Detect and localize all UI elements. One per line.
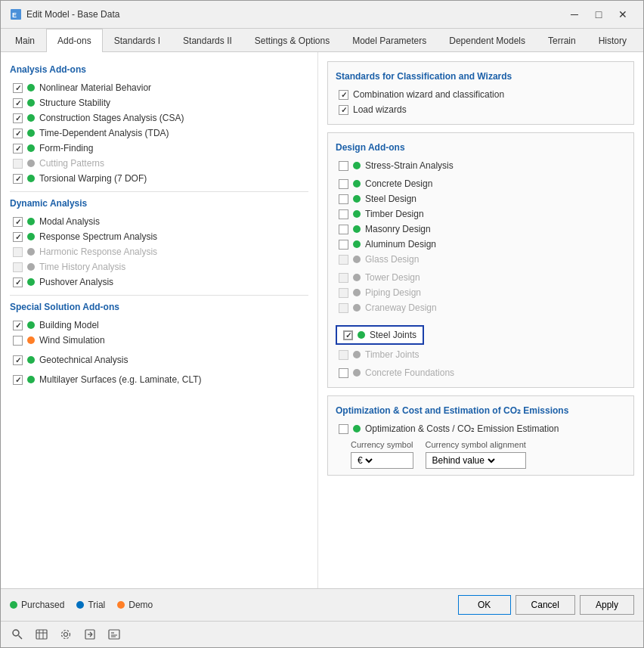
modal-dot	[27, 218, 35, 225]
svg-rect-14	[109, 630, 119, 639]
list-item: Timber Joints	[336, 348, 626, 361]
csa-checkbox[interactable]	[13, 113, 23, 123]
minimize-button[interactable]: ─	[563, 7, 586, 22]
tab-standards1[interactable]: Standards I	[103, 29, 172, 52]
search-toolbar-button[interactable]	[7, 625, 28, 644]
csa-label: Construction Stages Analysis (CSA)	[39, 113, 184, 123]
tower-design-checkbox[interactable]	[339, 273, 348, 283]
info-toolbar-button[interactable]	[104, 625, 125, 644]
list-item: Stress-Strain Analysis	[336, 159, 626, 172]
svg-point-2	[13, 630, 19, 636]
cancel-button[interactable]: Cancel	[516, 595, 575, 615]
cutting-patterns-checkbox[interactable]	[13, 159, 23, 169]
gear-icon	[60, 628, 72, 640]
modal-checkbox[interactable]	[13, 217, 23, 227]
main-window: E Edit Model - Base Data ─ □ ✕ Main Add-…	[0, 0, 644, 648]
combination-wizard-checkbox[interactable]	[339, 90, 348, 100]
torsional-checkbox[interactable]	[13, 174, 23, 184]
geotechnical-checkbox[interactable]	[13, 355, 23, 365]
glass-design-dot	[353, 256, 361, 263]
masonry-design-checkbox[interactable]	[339, 225, 348, 234]
steel-design-checkbox[interactable]	[339, 194, 348, 204]
app-icon: E	[10, 8, 22, 20]
settings-toolbar-button[interactable]	[55, 625, 76, 644]
export-toolbar-button[interactable]	[79, 625, 101, 644]
nonlinear-dot	[27, 84, 35, 91]
steel-joints-checkbox[interactable]	[343, 330, 353, 340]
apply-button[interactable]: Apply	[580, 595, 634, 615]
time-history-label: Time History Analysis	[39, 262, 125, 272]
tab-terrain[interactable]: Terrain	[537, 29, 587, 52]
tab-main[interactable]: Main	[4, 29, 46, 52]
timber-joints-checkbox[interactable]	[339, 350, 348, 360]
window-title: Edit Model - Base Data	[26, 9, 119, 20]
tower-design-label: Tower Design	[365, 272, 420, 283]
bottom-bar: Purchased Trial Demo OK Cancel Apply	[1, 588, 643, 621]
glass-design-checkbox[interactable]	[339, 255, 348, 265]
legend-purchased: Purchased	[10, 600, 64, 610]
tda-checkbox[interactable]	[13, 129, 23, 138]
pushover-checkbox[interactable]	[13, 277, 23, 287]
tab-standards2[interactable]: Standards II	[172, 29, 243, 52]
multilayer-dot	[27, 376, 35, 383]
dynamic-title: Dynamic Analysis	[10, 198, 308, 209]
glass-design-label: Glass Design	[365, 254, 419, 265]
piping-design-label: Piping Design	[365, 287, 421, 298]
concrete-foundations-checkbox[interactable]	[339, 368, 348, 378]
ok-button[interactable]: OK	[458, 595, 511, 615]
currency-row: Currency symbol € $ £ Currency symbol al…	[336, 440, 626, 469]
load-wizards-checkbox[interactable]	[339, 105, 348, 115]
multilayer-checkbox[interactable]	[13, 375, 23, 385]
analysis-addons-title: Analysis Add-ons	[10, 64, 308, 75]
table-icon	[36, 628, 48, 640]
tab-addons[interactable]: Add-ons	[46, 29, 103, 52]
titlebar: E Edit Model - Base Data ─ □ ✕	[1, 1, 643, 29]
aluminum-design-checkbox[interactable]	[339, 240, 348, 250]
timber-design-checkbox[interactable]	[339, 209, 348, 219]
structure-stability-checkbox[interactable]	[13, 98, 23, 108]
currency-alignment-select[interactable]: Behind value Before value	[429, 454, 497, 467]
list-item: Structure Stability	[10, 96, 308, 110]
tab-history[interactable]: History	[587, 29, 638, 52]
currency-symbol-select[interactable]: € $ £	[355, 454, 375, 467]
geotechnical-dot	[27, 356, 35, 364]
close-button[interactable]: ✕	[611, 7, 634, 22]
main-area: Analysis Add-ons Nonlinear Material Beha…	[1, 52, 643, 588]
wind-simulation-checkbox[interactable]	[13, 336, 23, 346]
building-model-checkbox[interactable]	[13, 321, 23, 330]
optimize-label: Optimization & Costs / CO₂ Emission Esti…	[365, 423, 559, 434]
form-finding-label: Form-Finding	[39, 143, 93, 153]
legend: Purchased Trial Demo	[10, 600, 153, 610]
right-panel: Standards for Classification and Wizards…	[318, 52, 643, 588]
tab-model-params[interactable]: Model Parameters	[341, 29, 438, 52]
trial-label: Trial	[88, 600, 105, 610]
table-toolbar-button[interactable]	[31, 625, 52, 644]
tab-dependent[interactable]: Dependent Models	[438, 29, 537, 52]
stress-strain-checkbox[interactable]	[339, 161, 348, 171]
list-item: Craneway Design	[336, 301, 626, 315]
masonry-design-label: Masonry Design	[365, 224, 431, 234]
list-item: Concrete Foundations	[336, 366, 626, 380]
time-history-checkbox[interactable]	[13, 262, 23, 272]
optimize-title: Optimization & Cost and Estimation of CO…	[336, 405, 626, 416]
craneway-design-checkbox[interactable]	[339, 303, 348, 313]
optimize-checkbox[interactable]	[339, 424, 348, 434]
list-item: Torsional Warping (7 DOF)	[10, 172, 308, 185]
harmonic-checkbox[interactable]	[13, 247, 23, 257]
response-spectrum-checkbox[interactable]	[13, 232, 23, 242]
nonlinear-checkbox[interactable]	[13, 83, 23, 93]
currency-alignment-label: Currency symbol alignment	[426, 440, 526, 449]
harmonic-label: Harmonic Response Analysis	[39, 246, 157, 257]
tab-settings[interactable]: Settings & Options	[243, 29, 341, 52]
concrete-design-checkbox[interactable]	[339, 179, 348, 189]
list-item: Masonry Design	[336, 222, 626, 236]
currency-symbol-label: Currency symbol	[351, 440, 413, 449]
standards-title: Standards for Classification and Wizards	[336, 71, 626, 82]
joints-section: Steel Joints Timber Joints Concrete Foun…	[336, 325, 626, 380]
form-finding-checkbox[interactable]	[13, 144, 23, 153]
piping-design-checkbox[interactable]	[339, 288, 348, 298]
currency-symbol-col: Currency symbol € $ £	[351, 440, 413, 469]
list-item: Aluminum Design	[336, 237, 626, 251]
response-spectrum-label: Response Spectrum Analysis	[39, 231, 157, 242]
maximize-button[interactable]: □	[587, 7, 610, 22]
